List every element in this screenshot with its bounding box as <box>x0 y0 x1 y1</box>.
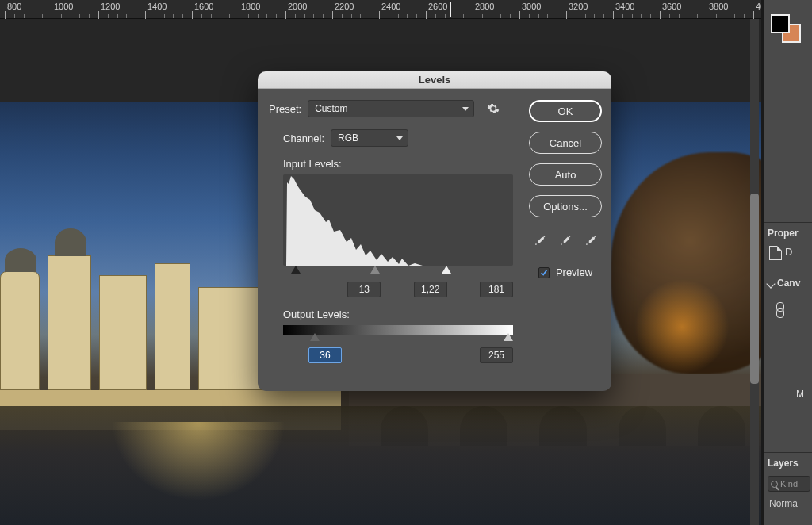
output-black-field[interactable] <box>308 347 342 363</box>
preview-checkbox-row[interactable]: Preview <box>538 266 592 278</box>
input-black-field[interactable] <box>347 282 381 297</box>
vertical-scrollbar[interactable] <box>750 19 759 525</box>
layers-filter-input[interactable]: Kind <box>768 476 810 492</box>
eyedropper-gray-icon[interactable] <box>558 232 573 249</box>
input-slider-track[interactable] <box>283 266 513 277</box>
levels-dialog: Levels Preset: Custom Channel: RGB Input… <box>258 71 611 391</box>
eyedropper-black-icon[interactable] <box>533 232 547 249</box>
layers-panel-header[interactable]: Layers <box>764 452 812 473</box>
foreground-swatch[interactable] <box>771 14 790 33</box>
preset-label: Preset: <box>269 103 301 115</box>
output-black-slider[interactable] <box>310 333 320 341</box>
input-white-slider[interactable] <box>442 266 451 274</box>
dialog-titlebar[interactable]: Levels <box>258 71 611 89</box>
cancel-button[interactable]: Cancel <box>529 132 602 154</box>
chevron-down-icon <box>396 136 403 140</box>
horizontal-ruler[interactable]: 8001000120014001600180020002200240026002… <box>0 0 761 19</box>
output-white-field[interactable] <box>480 347 513 363</box>
output-gradient[interactable] <box>283 325 513 335</box>
preset-menu-icon[interactable] <box>487 102 500 115</box>
input-white-field[interactable] <box>480 282 513 297</box>
chevron-down-icon <box>766 279 775 288</box>
ok-button[interactable]: OK <box>529 100 602 122</box>
output-levels-label: Output Levels: <box>283 308 600 320</box>
document-icon <box>769 246 782 260</box>
histogram[interactable] <box>283 174 513 266</box>
scrollbar-thumb[interactable] <box>750 194 759 384</box>
output-white-slider[interactable] <box>504 333 513 341</box>
eyedropper-white-icon[interactable] <box>584 232 598 249</box>
chevron-down-icon <box>462 107 469 111</box>
blend-mode-dropdown[interactable]: Norma <box>769 498 798 509</box>
link-dimensions-icon[interactable] <box>774 303 785 319</box>
preset-dropdown[interactable]: Custom <box>308 100 474 117</box>
properties-row-m: M <box>796 389 804 400</box>
color-swatches[interactable] <box>771 14 806 46</box>
search-icon <box>771 481 778 488</box>
input-gamma-field[interactable] <box>414 282 447 297</box>
input-black-slider[interactable] <box>291 266 301 274</box>
properties-panel-header[interactable]: Proper <box>764 222 812 243</box>
options-button[interactable]: Options... <box>529 195 602 217</box>
auto-button[interactable]: Auto <box>529 163 602 186</box>
preview-checkbox[interactable] <box>538 267 550 278</box>
panels-column: A Proper D Canv M Layers Kind Norma <box>764 0 812 525</box>
input-gamma-slider[interactable] <box>370 266 380 274</box>
canvas-section-header[interactable]: Canv <box>768 278 800 289</box>
properties-doc-row[interactable]: D <box>769 246 792 260</box>
channel-label: Channel: <box>283 132 324 144</box>
channel-dropdown[interactable]: RGB <box>331 129 408 147</box>
character-panel-icon[interactable]: A <box>772 0 793 5</box>
